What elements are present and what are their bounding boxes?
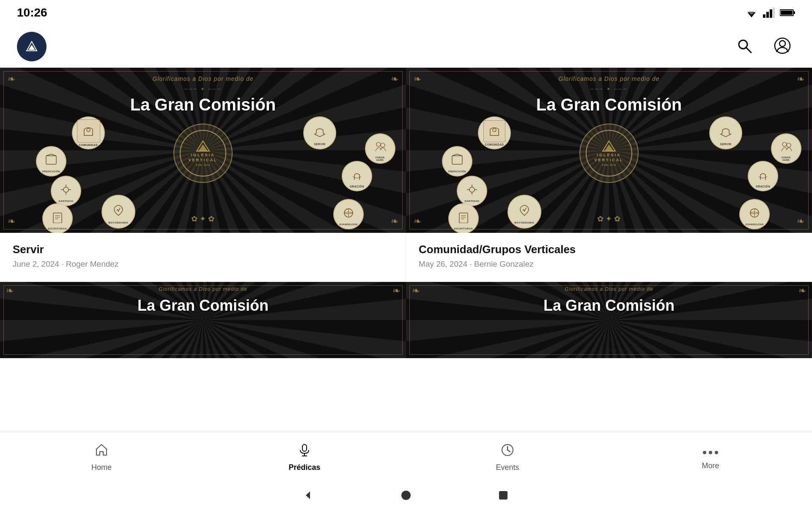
- profile-icon: [774, 37, 791, 54]
- svg-rect-39: [452, 156, 462, 164]
- circle-predicacion-1: PREDICACIÓN: [36, 146, 66, 177]
- sermon-item-3[interactable]: ❧ ❧ Glorificamos a Dios por medio de La …: [0, 282, 406, 358]
- corner-ornament-2-br: ❧: [797, 216, 804, 227]
- corner-ornament-2-tl: ❧: [414, 74, 421, 85]
- circle-comunidad-2: COMUNIDAD: [478, 116, 511, 149]
- corner-ornament-br: ❧: [391, 216, 398, 227]
- card-center-circle-1: IGLESIAVERTICAL Estb. 2014: [173, 124, 233, 183]
- card-top-text-3: Glorificamos a Dios por medio de: [0, 286, 406, 292]
- svg-rect-9: [794, 11, 795, 14]
- svg-marker-37: [604, 144, 614, 151]
- svg-point-16: [779, 41, 785, 47]
- svg-point-63: [715, 451, 718, 454]
- circle-servir-1: SERVIR: [303, 116, 336, 149]
- card-center-circle-2: IGLESIAVERTICAL Estb. 2014: [579, 124, 639, 183]
- sermon-item-2[interactable]: ❧ ❧ ❧ ❧ ─── ✦ ─── Glorificamos a Dios po…: [406, 68, 812, 282]
- circle-congr-1: CONGR.GABR.: [365, 133, 395, 164]
- svg-rect-28: [53, 213, 62, 223]
- svg-point-23: [63, 187, 69, 192]
- back-button[interactable]: [302, 489, 315, 502]
- corner-ornament-tl: ❧: [8, 74, 15, 85]
- corner-ornament-3-tl: ❧: [6, 285, 14, 296]
- svg-point-19: [87, 128, 90, 132]
- circle-evangelizar-2: EVANGELIZAR: [739, 199, 770, 229]
- search-icon: [736, 37, 753, 54]
- circle-escrituras-1: ESCRITURAS: [42, 203, 73, 233]
- profile-button[interactable]: [770, 33, 795, 60]
- sermon-info-2: Comunidad/Grupos Verticales May 26, 2024…: [406, 233, 812, 282]
- sermon-thumbnail-1: ❧ ❧ ❧ ❧ ─── ✦ ─── Glorificamos a Dios po…: [0, 68, 406, 233]
- nav-predicas-label: Prédicas: [288, 463, 320, 472]
- svg-marker-3: [749, 14, 754, 17]
- logo-icon: [23, 38, 40, 55]
- wifi-icon: [745, 8, 758, 17]
- corner-ornament-tr: ❧: [391, 74, 398, 85]
- circle-servir-2: SERVIR: [709, 116, 742, 149]
- svg-point-42: [469, 187, 475, 192]
- svg-rect-55: [302, 444, 307, 451]
- card-main-title-3: La Gran Comisión: [0, 297, 406, 315]
- search-button[interactable]: [732, 33, 757, 60]
- corner-ornament-2-bl: ❧: [414, 216, 421, 227]
- svg-point-34: [376, 142, 381, 146]
- header-actions: [732, 33, 795, 60]
- nav-more[interactable]: More: [685, 444, 736, 470]
- circle-predicacion-2: PREDICACIÓN: [442, 146, 472, 177]
- corner-ornament-2-tr: ❧: [797, 74, 804, 85]
- svg-rect-6: [770, 9, 772, 18]
- svg-point-62: [709, 451, 712, 454]
- svg-rect-4: [763, 14, 765, 18]
- header: [0, 25, 812, 68]
- back-icon: [304, 491, 313, 500]
- home-pill-icon: [401, 491, 411, 500]
- svg-rect-5: [766, 12, 769, 18]
- system-nav-bar: [0, 483, 812, 508]
- nav-events[interactable]: Events: [482, 443, 533, 472]
- svg-line-60: [508, 450, 510, 452]
- circle-oracion-1: ORACIÓN: [342, 161, 372, 191]
- svg-point-61: [703, 451, 706, 454]
- card-top-text-4: Glorificamos a Dios por medio de: [406, 286, 812, 292]
- sermon-title-1: Servir: [13, 243, 393, 256]
- center-logo-1: [192, 140, 215, 153]
- circle-mayordomia-2: MAYORDOMIA: [508, 195, 541, 229]
- sermon-item-4[interactable]: ❧ ❧ Glorificamos a Dios por medio de La …: [406, 282, 812, 358]
- svg-point-38: [493, 128, 496, 132]
- circle-oracion-2: ORACIÓN: [748, 161, 778, 191]
- card-top-text-2: Glorificamos a Dios por medio de: [406, 75, 812, 82]
- home-pill-button[interactable]: [400, 489, 412, 502]
- app-logo[interactable]: [17, 32, 47, 61]
- corner-ornament-4-tl: ❧: [412, 285, 420, 296]
- recents-icon: [499, 491, 508, 500]
- circle-santidad-1: SANTIDAD: [51, 176, 81, 206]
- card-main-title-2: La Gran Comisión: [406, 95, 812, 114]
- sermon-thumbnail-3: ❧ ❧ Glorificamos a Dios por medio de La …: [0, 282, 406, 358]
- corner-ornament-3-tr: ❧: [392, 285, 400, 296]
- svg-point-35: [381, 143, 385, 147]
- svg-rect-20: [46, 156, 56, 164]
- svg-marker-64: [306, 491, 310, 499]
- status-icons: [745, 8, 795, 18]
- sermon-meta-2: May 26, 2024 · Bernie Gonzalez: [419, 260, 799, 269]
- svg-point-53: [782, 142, 787, 146]
- recents-button[interactable]: [497, 489, 510, 502]
- svg-line-14: [746, 47, 751, 52]
- sermon-meta-1: June 2, 2024 · Roger Mendez: [13, 260, 393, 269]
- card-main-title-4: La Gran Comisión: [406, 297, 812, 315]
- corner-ornament-4-tr: ❧: [798, 285, 806, 296]
- sermon-grid: ❧ ❧ ❧ ❧ ─── ✦ ─── Glorificamos a Dios po…: [0, 68, 812, 358]
- nav-predicas[interactable]: Prédicas: [279, 443, 330, 472]
- center-logo-2: [598, 140, 621, 153]
- svg-rect-7: [773, 8, 775, 18]
- sermon-thumbnail-4: ❧ ❧ Glorificamos a Dios por medio de La …: [406, 282, 812, 358]
- status-bar: 10:26: [0, 0, 812, 25]
- nav-events-label: Events: [496, 463, 519, 472]
- circle-mayordomia-1: MAYORDOMIA: [102, 195, 135, 229]
- signal-icon: [763, 8, 775, 18]
- circle-congr-2: CONGR.GABR.: [771, 133, 801, 164]
- svg-point-54: [787, 143, 791, 147]
- nav-home[interactable]: Home: [76, 443, 127, 472]
- sermon-item-1[interactable]: ❧ ❧ ❧ ❧ ─── ✦ ─── Glorificamos a Dios po…: [0, 68, 406, 282]
- circle-comunidad-1: COMUNIDAD: [72, 116, 105, 149]
- nav-more-label: More: [702, 461, 719, 470]
